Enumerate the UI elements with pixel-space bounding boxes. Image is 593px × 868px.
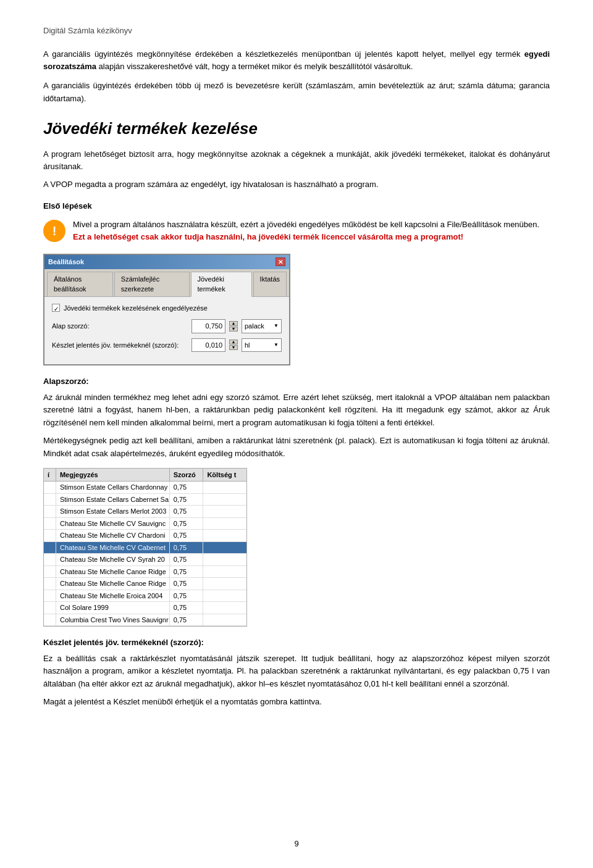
cell-szorzo-7: 0,75 bbox=[170, 554, 204, 565]
warning-red-text: Ezt a lehetőséget csak akkor tudja haszn… bbox=[73, 232, 463, 241]
cell-koltseg-12 bbox=[203, 614, 246, 626]
field1-unit-value: palack bbox=[245, 321, 264, 332]
jövedéki-checkbox[interactable] bbox=[52, 304, 60, 312]
field2-unit-value: hl bbox=[245, 340, 250, 351]
dialog-titlebar: Beállítások ✕ bbox=[44, 255, 289, 269]
cell-name-4: Chateau Ste Michelle CV Sauvignc bbox=[56, 518, 170, 530]
table-row[interactable]: Chateau Ste Michelle CV Sauvignc 0,75 bbox=[44, 518, 246, 530]
dialog-close-button[interactable]: ✕ bbox=[275, 257, 285, 266]
keszlet-para1: Ez a beállítás csak a raktárkészlet nyom… bbox=[43, 653, 550, 691]
field1-input[interactable]: 0,750 bbox=[191, 319, 225, 333]
cell-szorzo-12: 0,75 bbox=[170, 614, 204, 626]
section-heading-jövedéki: Jövedéki termékek kezelése bbox=[43, 117, 550, 141]
table-row[interactable]: Stimson Estate Cellars Cabernet Sa 0,75 bbox=[44, 494, 246, 506]
field1-unit-select[interactable]: palack ▼ bbox=[242, 319, 282, 333]
table-row[interactable]: Col Solare 1999 0,75 bbox=[44, 602, 246, 614]
keszlet-para2: Magát a jelentést a Készlet menüből érhe… bbox=[43, 696, 550, 709]
cell-index-9 bbox=[44, 578, 56, 590]
cell-index-5 bbox=[44, 530, 56, 541]
table-row[interactable]: Chateau Ste Michelle Eroica 2004 0,75 bbox=[44, 590, 246, 603]
cell-szorzo-3: 0,75 bbox=[170, 506, 204, 517]
cell-name-3: Stimson Estate Cellars Merlot 2003 bbox=[56, 506, 170, 517]
table-row[interactable]: Chateau Ste Michelle Canoe Ridge 0,75 bbox=[44, 578, 246, 590]
field2-spin-down[interactable]: ▼ bbox=[229, 345, 238, 350]
table-row[interactable]: Chateau Ste Michelle CV Chardoni 0,75 bbox=[44, 530, 246, 542]
intro-para1: A garanciális ügyintézés megkönnyítése é… bbox=[43, 48, 550, 74]
settings-dialog: Beállítások ✕ Általános beállítások Szám… bbox=[43, 254, 290, 365]
cell-szorzo-5: 0,75 bbox=[170, 530, 204, 541]
checkbox-label: Jövedéki termékek kezelésének engedélyez… bbox=[64, 303, 208, 314]
cell-index-2 bbox=[44, 494, 56, 506]
field2-input[interactable]: 0,010 bbox=[191, 338, 225, 353]
dialog-wrapper: Beállítások ✕ Általános beállítások Szám… bbox=[43, 254, 550, 365]
cell-name-12: Columbia Crest Two Vines Sauvignr bbox=[56, 614, 170, 626]
cell-koltseg-11 bbox=[203, 602, 246, 614]
checkbox-row: Jövedéki termékek kezelésének engedélyez… bbox=[52, 303, 282, 314]
subsection-heading-first-steps: Első lépések bbox=[43, 200, 550, 212]
cell-index-12 bbox=[44, 614, 56, 626]
table-col-header-megjegyzes: Megjegyzés bbox=[56, 469, 170, 482]
cell-name-1: Stimson Estate Cellars Chardonnay bbox=[56, 482, 170, 493]
cell-index-3 bbox=[44, 506, 56, 517]
field1-row: Alap szorzó: 0,750 ▲ ▼ palack ▼ bbox=[52, 319, 282, 333]
cell-name-8: Chateau Ste Michelle Canoe Ridge bbox=[56, 566, 170, 578]
field2-label: Készlet jelentés jöv. termékeknél (szorz… bbox=[52, 340, 188, 351]
page: Digitál Számla kézikönyv A garanciális ü… bbox=[0, 0, 593, 868]
cell-name-6: Chateau Ste Michelle CV Cabernet bbox=[56, 542, 170, 554]
field1-dropdown-icon: ▼ bbox=[274, 322, 279, 330]
cell-szorzo-2: 0,75 bbox=[170, 494, 204, 506]
tab-algemenes[interactable]: Általános beállítások bbox=[47, 272, 113, 296]
cell-index-8 bbox=[44, 566, 56, 578]
cell-szorzo-11: 0,75 bbox=[170, 602, 204, 614]
cell-koltseg-4 bbox=[203, 518, 246, 530]
cell-name-5: Chateau Ste Michelle CV Chardoni bbox=[56, 530, 170, 541]
field2-dropdown-icon: ▼ bbox=[274, 341, 279, 349]
field2-spinner[interactable]: ▲ ▼ bbox=[229, 340, 238, 350]
intro-text-1b: alapján visszakereshetővé vált, hogy a t… bbox=[96, 62, 413, 71]
cell-index-4 bbox=[44, 518, 56, 530]
dialog-title: Beállítások bbox=[48, 257, 84, 267]
cell-szorzo-8: 0,75 bbox=[170, 566, 204, 578]
tab-jövedéki[interactable]: Jövedéki termékek bbox=[191, 272, 252, 297]
cell-szorzo-9: 0,75 bbox=[170, 578, 204, 590]
cell-index-10 bbox=[44, 590, 56, 602]
table-col-header-koltseg: Költség t bbox=[203, 469, 246, 482]
cell-name-9: Chateau Ste Michelle Canoe Ridge bbox=[56, 578, 170, 590]
cell-koltseg-2 bbox=[203, 494, 246, 506]
tab-szamlafejlec[interactable]: Számlafejléc szerkezete bbox=[114, 272, 190, 296]
cell-koltseg-3 bbox=[203, 506, 246, 517]
table-row[interactable]: Columbia Crest Two Vines Sauvignr 0,75 bbox=[44, 614, 246, 627]
tab-iktatas[interactable]: Iktatás bbox=[253, 272, 287, 296]
field1-spin-down[interactable]: ▼ bbox=[229, 327, 238, 332]
field2-unit-select[interactable]: hl ▼ bbox=[242, 338, 282, 353]
cell-szorzo-1: 0,75 bbox=[170, 482, 204, 493]
table-row[interactable]: Chateau Ste Michelle Canoe Ridge 0,75 bbox=[44, 566, 246, 578]
cell-szorzo-4: 0,75 bbox=[170, 518, 204, 530]
cell-koltseg-5 bbox=[203, 530, 246, 541]
dialog-body: Jövedéki termékek kezelésének engedélyez… bbox=[44, 297, 289, 365]
cell-name-10: Chateau Ste Michelle Eroica 2004 bbox=[56, 590, 170, 602]
table-row[interactable]: Stimson Estate Cellars Chardonnay 0,75 bbox=[44, 482, 246, 494]
jövedéki-para2: A VPOP megadta a program számára az enge… bbox=[43, 178, 550, 191]
cell-name-11: Col Solare 1999 bbox=[56, 602, 170, 614]
cell-name-7: Chateau Ste Michelle CV Syrah 20 bbox=[56, 554, 170, 565]
product-table: í Megjegyzés Szorzó Költség t Stimson Es… bbox=[43, 468, 247, 627]
table-row[interactable]: Chateau Ste Michelle CV Syrah 20 0,75 bbox=[44, 554, 246, 566]
warning-para1: Mivel a program általános használatra ké… bbox=[73, 220, 539, 229]
table-row[interactable]: Chateau Ste Michelle CV Cabernet 0,75 bbox=[44, 542, 246, 554]
cell-index-7 bbox=[44, 554, 56, 565]
alapszorzo-para1: Az áruknál minden termékhez meg lehet ad… bbox=[43, 391, 550, 430]
warning-icon: ! bbox=[43, 220, 65, 242]
cell-szorzo-10: 0,75 bbox=[170, 590, 204, 602]
cell-koltseg-1 bbox=[203, 482, 246, 493]
table-row[interactable]: Stimson Estate Cellars Merlot 2003 0,75 bbox=[44, 506, 246, 518]
intro-para2: A garanciális ügyintézés érdekében több … bbox=[43, 80, 550, 106]
field1-spinner[interactable]: ▲ ▼ bbox=[229, 321, 238, 332]
field2-row: Készlet jelentés jöv. termékeknél (szorz… bbox=[52, 338, 282, 353]
warning-text: Mivel a program általános használatra ké… bbox=[73, 219, 539, 244]
cell-koltseg-9 bbox=[203, 578, 246, 590]
page-number: 9 bbox=[294, 838, 298, 850]
table-header: í Megjegyzés Szorzó Költség t bbox=[44, 469, 246, 482]
field1-label: Alap szorzó: bbox=[52, 321, 188, 332]
dialog-tabs: Általános beállítások Számlafejléc szerk… bbox=[44, 269, 289, 297]
